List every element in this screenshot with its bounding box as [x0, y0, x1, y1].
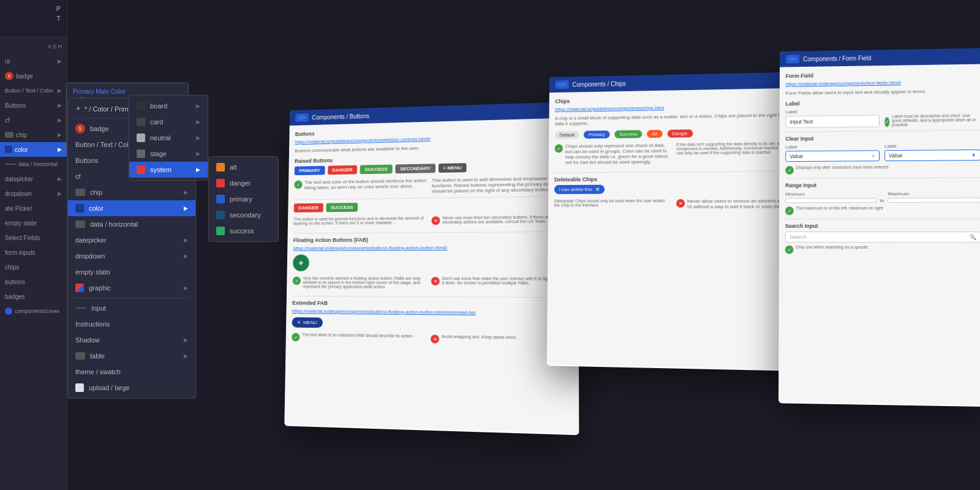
arrow-icon: ▶ [184, 337, 188, 343]
menu-item-datepicker[interactable]: datepicker ▶ [68, 232, 195, 248]
arrow-icon: ▶ [58, 58, 62, 64]
secondary-info-row: This button is used for general function… [293, 214, 572, 230]
submenu-system-success[interactable]: success [209, 223, 278, 239]
submenu-system-alt[interactable]: alt [209, 159, 278, 175]
extended-fab-link[interactable]: https://material.io/design/components/bu… [292, 308, 572, 316]
secondary-swatch [216, 211, 225, 219]
chip-close-icon[interactable]: ✕ [595, 186, 600, 193]
arrow-icon: ▶ [58, 88, 62, 94]
clear-input-1[interactable]: Value ✕ [785, 150, 880, 162]
submenu-item-board[interactable]: board ▶ [129, 98, 208, 114]
menu-item-input[interactable]: input [68, 300, 195, 316]
secondary-button[interactable]: SECONDARY [395, 164, 435, 173]
sidebar-item-datepicker[interactable]: datepicker ▶ [0, 172, 67, 186]
menu-item-upload-large[interactable]: upload / large [68, 380, 195, 396]
submenu-system[interactable]: alt danger primary secondary success [208, 156, 279, 242]
sidebar-item-dropdown[interactable]: dropdown ▶ [0, 186, 67, 201]
sidebar-item-cf[interactable]: cf ▶ [0, 113, 67, 127]
range-min-input[interactable] [785, 198, 876, 203]
fab-link[interactable]: https://material.io/design/components/bu… [293, 244, 572, 251]
menu-item-shadow[interactable]: Shadow ▶ [68, 332, 195, 348]
clear-x-icon[interactable]: ✕ [871, 153, 875, 159]
menu-item-dropdown[interactable]: dropdown ▶ [68, 248, 195, 264]
clear-input-2[interactable]: Value ▼ [884, 149, 980, 161]
submenu-system-secondary[interactable]: secondary [209, 207, 278, 223]
submenu-system-primary[interactable]: primary [209, 191, 278, 207]
menu-item-chip[interactable]: chip ▶ [68, 184, 195, 200]
form-link[interactable]: https://material.io/design/components/te… [786, 79, 980, 87]
search-icon: 🔍 [970, 234, 976, 240]
submenu-item-system[interactable]: system ▶ [129, 162, 208, 178]
sidebar-item-data-horizontal[interactable]: data / horizontal [0, 157, 67, 172]
form-input-text[interactable]: Input Text [785, 115, 880, 128]
arrow-icon: ▶ [58, 117, 62, 123]
sidebar-item-form-inputs[interactable]: form inputs [0, 245, 67, 260]
search-input-wrapper[interactable]: Search 🔍 [785, 232, 980, 243]
sidebar-item-empty-state[interactable]: empty state [0, 216, 67, 230]
deleteable-chip[interactable]: I can delete this ✕ [554, 185, 605, 194]
board-swatch [137, 102, 145, 110]
search-do-check: ✓ Only use when searching on a specific [785, 245, 980, 255]
raised-do-col: ✓ The text and color of the button shoul… [294, 178, 427, 196]
sidebar-item-color[interactable]: color ▶ [0, 142, 67, 157]
sidebar-item-buttons[interactable]: Buttons ▶ [0, 98, 67, 113]
submenu-item-card[interactable]: card ▶ [129, 114, 208, 130]
fab-row: + [293, 254, 572, 271]
submenu-system-danger[interactable]: danger [209, 175, 278, 191]
clear-col-2: Label Value ▼ [884, 143, 980, 161]
chip-default[interactable]: Default [555, 131, 579, 139]
submenu-item-stage[interactable]: stage ▶ [129, 146, 208, 162]
sidebar-item-select-fields[interactable]: Select Fields [0, 230, 67, 245]
success-outline[interactable]: SUCCESS [326, 203, 358, 212]
sidebar-item-chips[interactable]: chips [0, 260, 67, 274]
danger-outline[interactable]: DANGER [294, 203, 323, 213]
chips-divider [554, 171, 797, 173]
menu-item-data-horizontal[interactable]: data / horizontal [68, 216, 195, 232]
success-button[interactable]: SUCCESS [360, 165, 393, 175]
sidebar-item-components-cover[interactable]: components/cover [0, 304, 67, 318]
range-do-check: ✓ The maximum is on the left, maximum on… [785, 206, 980, 215]
menu-button[interactable]: ≡ MENU [439, 163, 467, 173]
extended-fab-row: ≡ MENU [292, 317, 572, 331]
sidebar-item-chip[interactable]: chip ▶ [0, 127, 67, 142]
success-swatch [216, 227, 225, 235]
extended-fab-info: ✓ The text label of an extended FAB shou… [292, 332, 572, 349]
range-max-input[interactable] [888, 198, 980, 203]
menu-item-empty-state[interactable]: empty stato [68, 264, 195, 280]
danger-button[interactable]: DANGER [328, 165, 357, 175]
chip-primary[interactable]: Primary [584, 130, 609, 138]
sidebar-item-buttons-nav[interactable]: buttons [0, 274, 67, 289]
check-icon-green: ✓ [294, 181, 302, 189]
menu-item-theme-swatch[interactable]: theme / swatch [68, 364, 195, 380]
form-divider-2 [785, 177, 980, 178]
panel-form: </> Components / Form Field Form Field h… [778, 48, 980, 407]
chips-link[interactable]: https://material.io/guidelines/component… [555, 103, 797, 112]
extended-fab-button[interactable]: ≡ MENU [292, 317, 323, 328]
range-row: Minimum to Maximum [785, 190, 980, 204]
submenu-item-neutral[interactable]: neutral ▶ [129, 130, 208, 146]
sidebar-item-badges[interactable]: badges [0, 289, 67, 304]
chip-alt[interactable]: Alt [647, 130, 662, 138]
sidebar-item-button-text-color[interactable]: Button / Text / Color ▶ [0, 83, 67, 98]
menu-item-graphic[interactable]: graphic ▶ [68, 280, 195, 296]
primary-swatch [216, 195, 225, 203]
menu-item-color[interactable]: color ▶ [68, 200, 195, 216]
panel-divider-1 [294, 196, 572, 200]
data-icon [75, 221, 85, 228]
chips-check-green: ✓ [555, 145, 564, 153]
chip-success[interactable]: Success [614, 130, 642, 138]
clear-col-1: Label Value ✕ [785, 143, 880, 162]
chip-danger[interactable]: Danger [667, 129, 693, 137]
sidebar-item-nt[interactable]: nt ▶ [0, 54, 67, 69]
arrow-icon: ▶ [196, 119, 200, 125]
form-divider-3 [785, 219, 980, 219]
submenu-color[interactable]: board ▶ card ▶ neutral ▶ stage ▶ system … [129, 95, 208, 181]
menu-item-table[interactable]: table ▶ [68, 348, 195, 364]
arrow-icon: ▶ [58, 176, 62, 182]
panel-divider-2 [293, 232, 572, 234]
menu-item-instructions[interactable]: Instructions [68, 316, 195, 332]
sidebar-item-ate-picker[interactable]: ate Picker [0, 201, 67, 216]
fab-button[interactable]: + [293, 255, 309, 271]
sidebar-item-badge[interactable]: 5 badge [0, 69, 67, 83]
primary-button[interactable]: PRIMARY [295, 166, 325, 175]
